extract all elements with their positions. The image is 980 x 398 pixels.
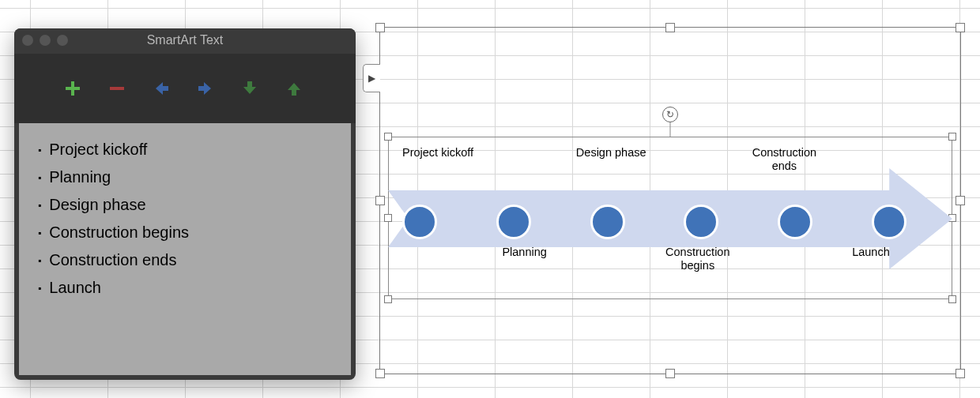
list-item-label: Construction begins xyxy=(49,223,189,242)
timeline-dot[interactable] xyxy=(684,205,718,239)
resize-handle[interactable] xyxy=(948,295,956,303)
resize-handle[interactable] xyxy=(665,23,675,32)
add-icon[interactable] xyxy=(62,77,84,100)
list-item[interactable]: Launch xyxy=(38,274,332,302)
resize-handle[interactable] xyxy=(384,295,392,303)
timeline-label[interactable]: Design phase xyxy=(575,146,646,178)
list-item-label: Design phase xyxy=(49,196,145,214)
list-item-label: Construction ends xyxy=(49,251,176,269)
timeline-dot[interactable] xyxy=(872,205,906,239)
smartart-object[interactable]: ▶ ↻ Project kickoff Design phase xyxy=(379,27,961,374)
list-item[interactable]: Planning xyxy=(38,163,332,191)
timeline-label[interactable]: Planning xyxy=(489,246,560,277)
expand-text-pane-icon[interactable]: ▶ xyxy=(363,64,380,92)
arrow-left-icon[interactable] xyxy=(150,77,172,100)
panel-toolbar xyxy=(14,54,356,123)
panel-title: SmartArt Text xyxy=(14,33,356,47)
resize-handle[interactable] xyxy=(665,369,675,378)
timeline-label[interactable]: Construction ends xyxy=(748,146,820,178)
panel-titlebar[interactable]: SmartArt Text xyxy=(14,28,356,54)
list-item-label: Project kickoff xyxy=(49,141,147,159)
resize-handle[interactable] xyxy=(948,133,956,141)
resize-handle[interactable] xyxy=(956,23,965,32)
list-item[interactable]: Project kickoff xyxy=(38,136,332,163)
labels-top: Project kickoff Design phase Constructio… xyxy=(402,146,906,178)
labels-bottom: Planning Construction begins Launch xyxy=(402,246,906,277)
arrow-up-icon[interactable] xyxy=(283,77,305,100)
resize-handle[interactable] xyxy=(956,196,965,205)
list-item[interactable]: Construction ends xyxy=(38,246,332,274)
remove-icon[interactable] xyxy=(106,77,128,100)
list-item-label: Planning xyxy=(49,168,111,186)
arrow-right-icon[interactable] xyxy=(194,77,217,100)
timeline-dot[interactable] xyxy=(590,205,625,239)
smartart-item-list[interactable]: Project kickoff Planning Design phase Co… xyxy=(19,123,351,375)
arrow-down-icon[interactable] xyxy=(239,77,261,100)
svg-rect-0 xyxy=(110,87,124,90)
list-item-label: Launch xyxy=(49,279,101,297)
rotate-stem xyxy=(670,122,671,137)
timeline-dots xyxy=(402,205,906,239)
resize-handle[interactable] xyxy=(956,369,965,378)
timeline-label[interactable]: Project kickoff xyxy=(402,146,473,178)
timeline-label[interactable]: Construction begins xyxy=(662,246,733,277)
rotate-handle-icon[interactable]: ↻ xyxy=(662,107,678,122)
timeline-arrow[interactable]: Project kickoff Design phase Constructio… xyxy=(388,146,952,291)
timeline-dot[interactable] xyxy=(496,205,531,239)
resize-handle[interactable] xyxy=(375,196,385,205)
resize-handle[interactable] xyxy=(384,133,392,141)
list-item[interactable]: Design phase xyxy=(38,191,332,219)
timeline-dot[interactable] xyxy=(778,205,812,239)
resize-handle[interactable] xyxy=(375,23,385,32)
resize-handle[interactable] xyxy=(375,369,385,378)
smartart-text-panel[interactable]: SmartArt Text Project kickoff Planning D… xyxy=(14,28,356,380)
timeline-dot[interactable] xyxy=(402,205,437,239)
timeline-label[interactable]: Launch xyxy=(835,246,906,277)
list-item[interactable]: Construction begins xyxy=(38,219,332,246)
